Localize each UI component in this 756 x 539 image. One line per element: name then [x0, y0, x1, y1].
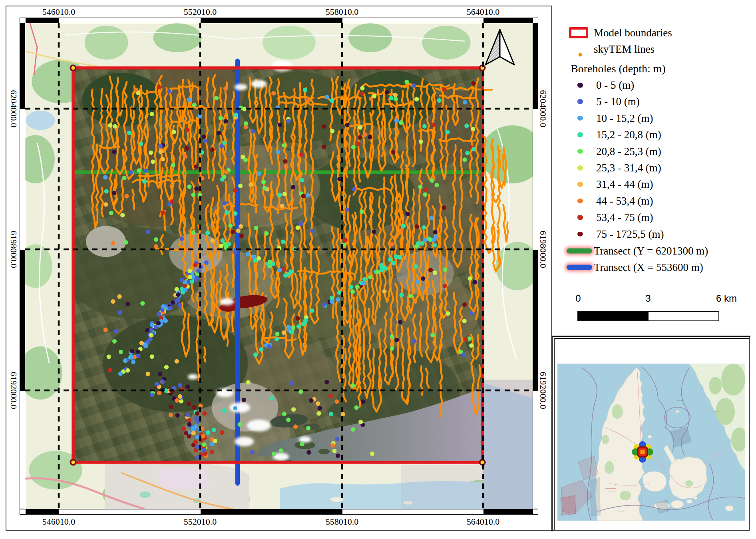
borehole-class-label-5: 25,3 - 31,4 (m): [596, 162, 661, 174]
main-map-canvas: [25, 23, 533, 509]
borehole-class-chip-5: [577, 165, 583, 171]
frame-band-left: [20, 23, 25, 509]
scalebar-filled-half: [578, 312, 649, 320]
borehole-class-chip-6: [577, 182, 583, 187]
legend-model-boundaries-label: Model boundaries: [594, 27, 672, 39]
frame-segment: [201, 18, 342, 23]
axis-label-right-1: 6198000.0: [538, 231, 548, 268]
borehole-class-chip-0: [577, 83, 583, 88]
transect-label-0: Transect (Y = 6201300 m): [594, 245, 708, 257]
frame-segment: [26, 18, 59, 23]
axis-label-top-2: 558010.0: [326, 7, 359, 17]
frame-segment: [342, 509, 483, 515]
borehole-class-label-4: 20,8 - 25,3 (m): [596, 145, 661, 157]
borehole-class-chip-4: [577, 149, 583, 154]
transect-chip-0: [567, 249, 592, 254]
legend-skytem-label: skyTEM lines: [594, 43, 655, 56]
axis-label-left-2: 6192000.0: [8, 372, 19, 409]
frame-segment: [26, 509, 59, 515]
frame-segment: [483, 509, 533, 515]
map-overlay: [25, 23, 533, 509]
inset-funen: [643, 471, 666, 492]
frame-segment: [20, 24, 25, 109]
frame-segment: [533, 18, 538, 23]
frame-segment: [533, 250, 538, 391]
legend-panel: Model boundaries skyTEM lines Boreholes …: [552, 6, 750, 336]
axis-label-bottom-3: 564010.0: [467, 517, 500, 527]
axis-label-right-2: 6192000.0: [538, 372, 548, 409]
skytem-chip: [579, 53, 582, 57]
fjord-water: [256, 388, 483, 462]
axis-label-top-0: 546010.0: [42, 7, 76, 17]
scalebar: [577, 311, 719, 321]
borehole-class-label-0: 0 - 5 (m): [596, 79, 634, 91]
frame-segment: [20, 18, 26, 23]
frame-segment: [59, 509, 201, 515]
axis-label-top-1: 552010.0: [184, 7, 217, 17]
borehole-class-label-8: 53,4 - 75 (m): [596, 211, 653, 224]
frame-segment: [201, 509, 342, 515]
borehole-class-label-2: 10 - 15,2 (m): [596, 112, 653, 124]
scalebar-label-0: 0: [575, 293, 581, 304]
borehole-class-chip-1: [577, 99, 583, 104]
frame-segment: [533, 509, 538, 515]
inset-map: [557, 364, 745, 521]
frame-segment: [20, 509, 26, 515]
frame-band-right: [533, 23, 538, 509]
model-boundaries-chip: [569, 27, 588, 38]
frame-segment: [20, 391, 25, 509]
transect-chip-1: [567, 265, 592, 270]
transect-label-1: Transect (X = 553600 m): [594, 261, 703, 274]
axis-label-top-3: 564010.0: [467, 7, 500, 17]
haze-south: [401, 465, 483, 509]
borehole-class-label-9: 75 - 1725,5 (m): [596, 228, 664, 240]
borehole-class-label-7: 44 - 53,4 (m): [596, 195, 653, 207]
borehole-class-chip-2: [577, 116, 583, 121]
borehole-class-label-3: 15,2 - 20,8 (m): [596, 129, 661, 141]
axis-label-right-0: 6204000.0: [538, 90, 548, 127]
axis-label-bottom-2: 558010.0: [326, 517, 359, 527]
axis-label-left-0: 6204000.0: [8, 90, 19, 127]
borehole-class-label-6: 31,4 - 44 (m): [596, 178, 653, 191]
scalebar-label-3: 3: [645, 293, 651, 304]
axis-label-bottom-0: 546010.0: [42, 517, 76, 527]
legend-boreholes-header: Boreholes (depth: m): [571, 62, 666, 75]
inset-map-panel: [554, 338, 750, 531]
haze-east: [483, 380, 533, 509]
borehole-class-chip-8: [577, 215, 583, 220]
borehole-class-chip-7: [577, 199, 583, 204]
frame-segment: [20, 109, 25, 250]
borehole-class-chip-3: [577, 132, 583, 137]
map-figure: 546010.0552010.0558010.0564010.0546010.0…: [0, 0, 756, 539]
frame-band-bottom: [20, 509, 538, 515]
frame-band-top: [20, 18, 538, 23]
frame-segment: [342, 18, 483, 23]
legend-divider: [551, 336, 750, 337]
frame-segment: [20, 250, 25, 391]
north-arrow-icon: [485, 30, 514, 65]
frame-segment: [59, 18, 201, 23]
scalebar-label-6km: 6 km: [716, 293, 737, 304]
axis-label-bottom-1: 552010.0: [184, 517, 217, 527]
borehole-class-chip-9: [577, 231, 583, 237]
frame-segment: [533, 109, 538, 250]
axis-label-left-1: 6198000.0: [8, 231, 19, 268]
frame-segment: [483, 18, 533, 23]
borehole-class-label-1: 5 - 10 (m): [596, 95, 640, 108]
